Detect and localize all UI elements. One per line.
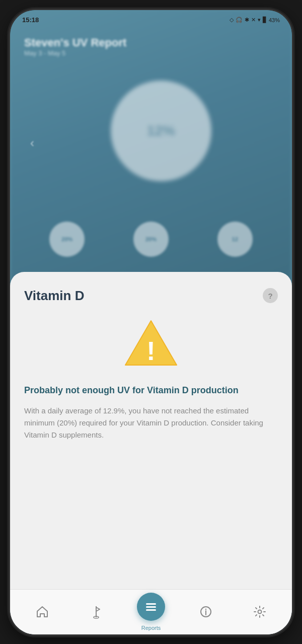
bottom-sheet: Vitamin D ? ! Probably not enough UV for… [10, 272, 292, 634]
svg-text:!: ! [146, 336, 155, 366]
help-icon[interactable]: ? [263, 288, 278, 303]
warning-container: ! [24, 319, 278, 369]
bg-title-main: Steven's UV Report [24, 36, 126, 49]
status-mute-icon: ✕ [251, 17, 256, 23]
status-wifi-icon: ▾ [258, 17, 261, 23]
nav-item-reports[interactable]: Reports [137, 593, 165, 631]
status-headphone-icon: 🎧 [236, 17, 243, 23]
svg-rect-6 [146, 606, 156, 608]
bg-small-circle-3: 12 [217, 222, 253, 257]
nav-item-golf[interactable] [83, 601, 109, 623]
golf-icon [89, 605, 103, 619]
bg-title-sub: May 3 - May 5 [24, 49, 126, 57]
nav-item-settings[interactable] [247, 601, 273, 623]
phone-frame: 15:18 ◇ 🎧 ✱ ✕ ▾ ▊ 43% Steven's UV Report… [10, 10, 292, 634]
status-time: 15:18 [22, 16, 39, 24]
warning-triangle-icon: ! [123, 319, 179, 367]
reports-fab[interactable] [137, 593, 165, 621]
bg-chevron-icon: ‹ [30, 136, 34, 150]
sheet-header: Vitamin D ? [24, 288, 278, 304]
bg-circle-large: 12% [111, 81, 211, 181]
svg-point-11 [258, 610, 262, 614]
nav-item-info[interactable] [193, 601, 219, 623]
bg-small-circle-2: 20% [133, 222, 169, 257]
bg-title: Steven's UV Report May 3 - May 5 [24, 36, 126, 57]
status-battery: 43% [269, 17, 280, 23]
sheet-body-text: With a daily average of 12.9%, you have … [24, 405, 278, 441]
status-bar: 15:18 ◇ 🎧 ✱ ✕ ▾ ▊ 43% [10, 10, 292, 30]
bottom-nav: Reports [10, 589, 292, 634]
info-icon [199, 605, 213, 619]
bg-small-circle-1: 20% [49, 222, 85, 257]
svg-rect-5 [146, 603, 156, 605]
home-icon [35, 605, 49, 619]
status-signal-icon: ◇ [230, 17, 234, 23]
nav-label-reports: Reports [141, 625, 161, 631]
nav-item-home[interactable] [29, 601, 55, 623]
status-bluetooth-icon: ✱ [245, 17, 249, 23]
sheet-title: Vitamin D [24, 288, 84, 304]
phone-screen: 15:18 ◇ 🎧 ✱ ✕ ▾ ▊ 43% Steven's UV Report… [10, 10, 292, 634]
status-icons: ◇ 🎧 ✱ ✕ ▾ ▊ 43% [230, 17, 280, 23]
bg-small-circle-text-3: 12 [232, 236, 238, 242]
svg-point-10 [205, 609, 206, 610]
svg-rect-7 [146, 609, 156, 611]
bg-small-circles: 20% 20% 12 [10, 222, 292, 257]
status-signal-bars-icon: ▊ [263, 17, 267, 23]
bg-small-circle-text-1: 20% [61, 236, 72, 242]
reports-icon [144, 600, 158, 614]
sheet-warning-title: Probably not enough UV for Vitamin D pro… [24, 384, 278, 397]
bg-small-circle-text-2: 20% [145, 236, 157, 242]
settings-icon [253, 605, 267, 619]
warning-icon-wrap: ! [123, 319, 179, 369]
bg-percentage: 12% [147, 123, 175, 139]
